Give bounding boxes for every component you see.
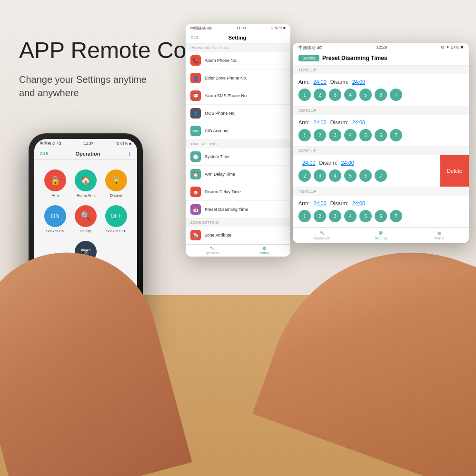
preset-tab-setting[interactable]: ⚙️ Setting	[351, 231, 410, 240]
p-op-label: Operation	[314, 236, 330, 240]
group1-day-6[interactable]: 6	[375, 89, 387, 101]
group1-header: 1GROUP	[293, 66, 469, 74]
group2-day-3[interactable]: 3	[329, 129, 341, 141]
disarm-delay-icon: ⏰	[190, 187, 201, 197]
preset-back-button[interactable]: Setting	[298, 55, 319, 61]
group1-day-5[interactable]: 5	[359, 89, 372, 101]
arm-delay-icon: ⏰	[190, 169, 201, 179]
settings-row-elder-phone[interactable]: 👤 Elder Zone Phone No.	[186, 69, 290, 87]
cid-label: CID Account	[205, 129, 228, 133]
disarm-label: Disarm	[110, 193, 122, 198]
group1-day-2[interactable]: 2	[314, 89, 326, 101]
socket-on-label: Socket ON	[46, 229, 65, 233]
group4-arm-time[interactable]: 24:00	[313, 200, 327, 206]
group2-disarm-label: Disarm:	[330, 119, 348, 125]
group4-day-1[interactable]: 1	[298, 210, 311, 222]
group3-day-2[interactable]: 2	[298, 169, 311, 182]
group4-day-7[interactable]: 7	[390, 210, 402, 222]
group3-day-4[interactable]: 4	[329, 169, 341, 182]
delete-button[interactable]: Delete	[440, 155, 469, 187]
disarm-circle: 🔓	[105, 169, 127, 191]
group1-day-3[interactable]: 3	[329, 89, 341, 101]
group2-day-5[interactable]: 5	[359, 129, 372, 141]
preset-time: 12:29	[377, 45, 387, 51]
preset-tab-operation[interactable]: 🔧 Operation	[293, 231, 351, 240]
query-circle: 🔍	[75, 205, 97, 227]
group3-day-5[interactable]: 5	[344, 169, 357, 182]
settings-row-mcs-phone[interactable]: 👤 MCS Phone No.	[186, 105, 290, 122]
system-time-label: System Time	[205, 154, 229, 159]
group4-header: 4GROUP	[293, 187, 469, 196]
socket-off-label: Socket OFF	[106, 229, 127, 233]
section-zone-header: ZONE SETTING	[186, 218, 290, 227]
group1-day-7[interactable]: 7	[390, 89, 402, 101]
section-phone-header: PHONE NO. SETTING	[186, 44, 290, 52]
preset-tab-panel[interactable]: ▦ Panel	[410, 231, 469, 240]
group1-arm-label: Arm:	[298, 79, 309, 85]
phone-page-title: Operation	[75, 151, 100, 157]
group2-arm-time[interactable]: 24:00	[313, 119, 327, 125]
group3-arm-time[interactable]: 24:00	[302, 160, 316, 166]
group2-day-1[interactable]: 1	[298, 129, 311, 141]
group1-arm-time[interactable]: 24:00	[313, 79, 327, 85]
group2-disarm-time[interactable]: 24:00	[352, 119, 366, 125]
group3-disarm-time[interactable]: 24:00	[341, 160, 354, 166]
settings-tab-operation[interactable]: 🔧 Operation	[186, 247, 238, 255]
app-icon-disarm[interactable]: 🔓 Disarm	[105, 169, 127, 198]
sms-phone-icon: 💬	[190, 90, 201, 101]
app-icon-socket-on[interactable]: ON Socket ON	[44, 205, 66, 233]
p-panel-label: Panel	[435, 236, 444, 240]
mcs-phone-label: MCS Phone No.	[205, 111, 236, 116]
settings-row-cid[interactable]: CID CID Account	[186, 122, 290, 140]
group4-day-2[interactable]: 2	[314, 210, 326, 222]
arm-delay-label: Arm Delay Time	[205, 172, 235, 177]
settings-row-zone-attr[interactable]: 📡 Zone Attribute	[186, 227, 290, 244]
group4-day-3[interactable]: 3	[329, 210, 341, 222]
app-icon-homearm[interactable]: 🏠 Home Arm	[75, 169, 97, 198]
settings-row-disarm-delay[interactable]: ⏰ Disarm Delay Time	[186, 183, 290, 201]
group1-day-4[interactable]: 4	[344, 89, 357, 101]
group4-day-5[interactable]: 5	[359, 210, 372, 222]
app-icon-query[interactable]: 🔍 Query	[75, 205, 97, 233]
s-op-icon: 🔧	[210, 247, 214, 250]
settings-row-sms-phone[interactable]: 💬 Alarm SMS Phone No.	[186, 87, 290, 105]
group3-day-6[interactable]: 6	[359, 169, 372, 182]
phone-time: 11:37	[84, 141, 93, 146]
phone-device-id: G18	[40, 151, 48, 156]
group1-disarm-label: Disarm:	[330, 79, 348, 85]
app-icon-socket-off[interactable]: OFF Socket OFF	[105, 205, 127, 233]
phone-add-button[interactable]: +	[128, 150, 131, 158]
group3-day-7[interactable]: 7	[375, 169, 387, 182]
group1-days: 1 2 3 4 5 6 7	[298, 89, 463, 101]
preset-tab-bar: 🔧 Operation ⚙️ Setting ▦ Panel	[293, 228, 469, 243]
group2-day-6[interactable]: 6	[375, 129, 387, 141]
homearm-label: Home Arm	[77, 193, 95, 198]
group2-day-4[interactable]: 4	[344, 129, 357, 141]
group1-day-1[interactable]: 1	[298, 89, 311, 101]
group2-day-7[interactable]: 7	[390, 129, 402, 141]
group1-disarm-time[interactable]: 24:00	[352, 79, 366, 85]
group3-arm-row: 24:00 Disarm: 24:00	[298, 160, 463, 166]
group2-days: 1 2 3 4 5 6 7	[298, 129, 463, 141]
app-row-2: ON Socket ON 🔍 Query OFF Socket OFF	[40, 205, 131, 233]
app-row-1: 🔒 Arm 🏠 Home Arm 🔓 Disarm	[40, 169, 131, 198]
preset-screen: 中国移动 4G 12:29 ⊙ ✦ 57% ■ Setting Preset D…	[293, 43, 469, 243]
settings-tab-setting[interactable]: ⚙️ Setting	[238, 247, 290, 255]
group4-day-4[interactable]: 4	[344, 210, 357, 222]
preset-carrier: 中国移动 4G	[298, 45, 323, 51]
settings-row-preset[interactable]: 📅 Preset Disarming Time	[186, 201, 290, 218]
group4-arm-row: Arm: 24:00 Disarm: 24:00	[298, 200, 463, 206]
phone-carrier: 中国移动 4G	[40, 141, 61, 146]
group3-day-3[interactable]: 3	[314, 169, 326, 182]
elder-phone-icon: 👤	[190, 73, 201, 83]
homearm-circle: 🏠	[75, 169, 97, 191]
settings-row-arm-delay[interactable]: ⏰ Arm Delay Time	[186, 166, 290, 183]
group1-arm-row: Arm: 24:00 Disarm: 24:00	[298, 79, 463, 85]
settings-row-system-time[interactable]: 🕐 System Time	[186, 148, 290, 166]
app-icon-arm[interactable]: 🔒 Arm	[44, 169, 66, 198]
p-set-icon: ⚙️	[378, 231, 383, 235]
group4-disarm-time[interactable]: 24:00	[352, 200, 366, 206]
settings-row-alarm-phone[interactable]: 📞 Alarm Phone No.	[186, 52, 290, 69]
group2-day-2[interactable]: 2	[314, 129, 326, 141]
group4-day-6[interactable]: 6	[375, 210, 387, 222]
